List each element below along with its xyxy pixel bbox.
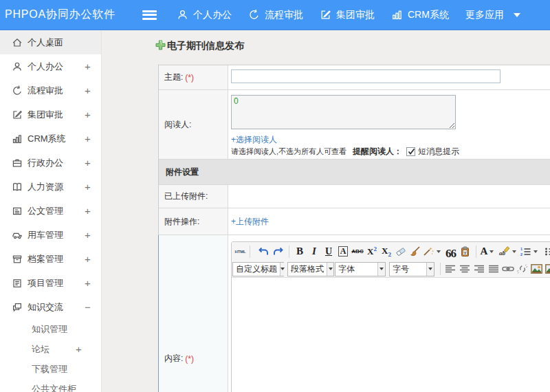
toolbar-separator <box>289 246 289 258</box>
eraser-icon[interactable] <box>394 244 408 259</box>
nav-item-label: 流程审批 <box>265 9 303 21</box>
paste-text-icon[interactable]: T <box>459 244 472 259</box>
required-mark: (*) <box>185 73 194 83</box>
sidebar-item-label: 集团审批 <box>28 109 63 121</box>
expand-icon[interactable]: + <box>74 343 83 355</box>
sidebar-item-personal-office[interactable]: 个人办公+ <box>0 54 101 78</box>
align-right-icon[interactable] <box>472 261 486 276</box>
collapse-icon[interactable]: − <box>83 301 92 313</box>
nav-personal-office[interactable]: 个人办公 <box>177 9 232 21</box>
font-family-select[interactable]: 字体 <box>335 262 386 276</box>
uploaded-attachment-value <box>228 185 550 208</box>
subject-input[interactable] <box>231 69 500 83</box>
edit-icon <box>12 109 23 120</box>
top-nav: 个人办公流程审批集团审批CRM系统更多应用 <box>177 9 537 21</box>
select-readers-link[interactable]: +选择阅读人 <box>231 135 550 144</box>
font-color-button[interactable]: A <box>481 244 494 259</box>
custom-title-select[interactable]: 自定义标题 <box>232 262 284 276</box>
doc-icon <box>12 206 23 217</box>
italic-button-glyph: I <box>312 246 316 257</box>
highlight-icon[interactable]: ab <box>498 244 516 259</box>
wand-icon[interactable] <box>423 244 441 259</box>
expand-icon[interactable]: + <box>83 157 92 168</box>
readers-textarea[interactable]: 0 <box>231 95 456 129</box>
expand-icon[interactable]: + <box>83 205 92 217</box>
underline-button-glyph: U <box>325 246 332 257</box>
attachment-operation-label-text: 附件操作: <box>164 216 199 228</box>
select-value: 字号 <box>390 263 426 275</box>
unordered-list-icon[interactable] <box>543 244 550 259</box>
hamburger-menu-icon[interactable] <box>142 10 157 20</box>
expand-icon[interactable]: + <box>83 229 92 241</box>
sidebar-subitem-download-management[interactable]: 下载管理 <box>0 359 101 379</box>
nav-workflow-approval[interactable]: 流程审批 <box>248 9 303 21</box>
unlink-icon[interactable] <box>516 261 529 276</box>
sidebar-item-document-management[interactable]: 公文管理+ <box>0 199 101 223</box>
link-icon[interactable] <box>501 261 515 276</box>
ordered-list-icon[interactable]: 12 <box>520 244 538 259</box>
undo-icon[interactable] <box>256 244 270 259</box>
expand-icon[interactable]: + <box>83 109 92 120</box>
paragraph-format-select[interactable]: 段落格式 <box>287 262 334 276</box>
briefcase-icon <box>12 157 23 168</box>
sidebar-item-group-approval[interactable]: 集团审批+ <box>0 102 101 127</box>
nav-crm-system[interactable]: CRM系统 <box>391 9 449 21</box>
underline-button[interactable]: U <box>322 244 336 259</box>
media-icon[interactable] <box>544 261 550 276</box>
superscript-button-glyph: X2 <box>367 246 377 257</box>
sidebar-item-archive-management[interactable]: 档案管理+ <box>0 247 101 271</box>
editor-content-area[interactable] <box>232 278 550 392</box>
font-size-select[interactable]: 字号 <box>389 262 434 276</box>
sidebar-item-label: 行政办公 <box>28 157 63 169</box>
superscript-button[interactable]: X2 <box>365 244 379 259</box>
blockquote-button[interactable]: 66 <box>444 244 458 259</box>
sidebar-item-label: 档案管理 <box>28 253 63 265</box>
chat-icon <box>12 302 23 313</box>
sidebar-subitem-forum[interactable]: 论坛+ <box>0 339 101 359</box>
font-style-button[interactable]: A <box>336 244 350 259</box>
attachment-section-title-text: 附件设置 <box>166 166 199 178</box>
sms-checkbox[interactable] <box>406 147 415 156</box>
sidebar-item-label: 用车管理 <box>28 229 63 241</box>
expand-icon[interactable]: + <box>83 253 92 265</box>
select-value: 自定义标题 <box>233 263 280 275</box>
select-value: 字体 <box>336 263 377 275</box>
upload-attachment-link[interactable]: +上传附件 <box>231 216 269 228</box>
strikethrough-button[interactable]: ABC <box>351 244 364 259</box>
sidebar-item-project-management[interactable]: 项目管理+ <box>0 271 101 295</box>
sidebar-item-admin-office[interactable]: 行政办公+ <box>0 151 101 175</box>
sidebar-subitem-public-file-cabinet[interactable]: 公共文件柜 <box>0 379 101 392</box>
subscript-button[interactable]: X2 <box>380 244 393 259</box>
sidebar-subitem-label: 公共文件柜 <box>32 383 76 392</box>
sidebar-subitem-label: 论坛 <box>32 343 50 356</box>
format-brush-icon[interactable] <box>408 244 422 259</box>
sidebar-item-personal-desktop[interactable]: 个人桌面 <box>0 31 101 54</box>
expand-icon[interactable]: + <box>83 133 92 144</box>
sidebar-item-workflow-approval[interactable]: 流程审批+ <box>0 78 101 102</box>
subject-row: 主题: (*) <box>159 65 550 90</box>
align-center-icon[interactable] <box>458 261 472 276</box>
svg-text:2: 2 <box>520 252 522 257</box>
justify-icon[interactable] <box>487 261 500 276</box>
expand-icon[interactable]: + <box>83 181 92 193</box>
expand-icon[interactable]: + <box>83 85 92 96</box>
expand-icon[interactable]: + <box>83 61 92 72</box>
sidebar-item-crm-system[interactable]: CRM系统+ <box>0 127 101 151</box>
nav-more-apps[interactable]: 更多应用 <box>465 9 520 21</box>
bold-button[interactable]: B <box>293 244 307 259</box>
sidebar-item-label: 个人桌面 <box>28 36 63 49</box>
source-code-button[interactable]: HTML <box>235 244 246 259</box>
sidebar-item-knowledge-exchange[interactable]: 知识交流− <box>0 295 101 319</box>
nav-item-label: CRM系统 <box>408 9 449 21</box>
sidebar-subitem-label: 知识管理 <box>32 323 67 336</box>
readers-label-text: 阅读人: <box>164 119 191 131</box>
sidebar-item-vehicle-management[interactable]: 用车管理+ <box>0 223 101 247</box>
sidebar-subitem-knowledge-management[interactable]: 知识管理 <box>0 319 101 339</box>
image-icon[interactable] <box>530 261 544 276</box>
expand-icon[interactable]: + <box>83 277 92 289</box>
align-left-icon[interactable] <box>443 261 457 276</box>
redo-icon[interactable] <box>271 244 285 259</box>
sidebar-item-human-resources[interactable]: 人力资源+ <box>0 175 101 199</box>
italic-button[interactable]: I <box>307 244 321 259</box>
nav-group-approval[interactable]: 集团审批 <box>320 9 375 21</box>
